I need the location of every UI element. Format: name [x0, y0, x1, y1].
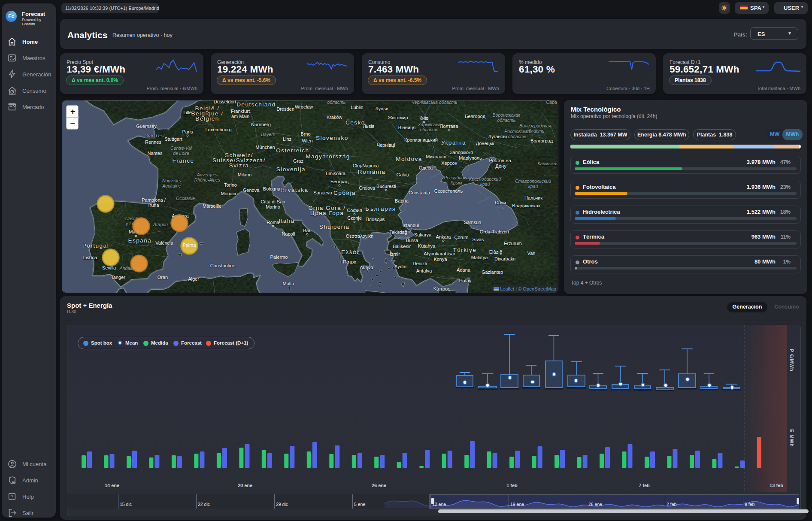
svg-text:Ελλάς: Ελλάς	[341, 249, 360, 255]
svg-text:Istanbul: Istanbul	[403, 223, 419, 228]
svg-text:İzmir: İzmir	[390, 251, 400, 257]
svg-text:Београд: Београд	[330, 179, 349, 184]
svg-text:Diyarbakır: Diyarbakır	[494, 256, 516, 261]
svg-text:Ростов-на-: Ростов-на-	[489, 158, 513, 163]
svg-text:область: область	[497, 118, 516, 123]
svg-text:Вінниця: Вінниця	[398, 125, 415, 130]
svg-text:Trabzon: Trabzon	[492, 229, 509, 234]
svg-text:Deutschland: Deutschland	[236, 101, 276, 108]
svg-text:Malta: Malta	[283, 281, 295, 286]
svg-text:Црна Гора: Црна Гора	[310, 210, 344, 216]
svg-text:Slovenija: Slovenija	[276, 166, 306, 173]
svg-text:Кропивницький: Кропивницький	[404, 137, 438, 142]
svg-text:Balıkesir: Balıkesir	[393, 244, 411, 249]
svg-text:Elâzığ: Elâzığ	[489, 249, 503, 254]
svg-text:Запоріжжя: Запоріжжя	[450, 150, 473, 155]
svg-text:Constantine: Constantine	[210, 263, 236, 268]
svg-text:България: България	[365, 206, 396, 212]
svg-text:Волгоград: Волгоград	[530, 138, 553, 143]
svg-text:Ростовская: Ростовская	[504, 129, 530, 134]
svg-text:Чернігівська область: Чернігівська область	[412, 100, 458, 105]
svg-text:Πάτρα: Πάτρα	[343, 259, 357, 264]
svg-text:Grand Est: Grand Est	[144, 133, 165, 138]
svg-text:Antalya: Antalya	[416, 268, 433, 273]
svg-text:de Loire: de Loire	[173, 151, 189, 156]
svg-text:Denizli: Denizli	[412, 261, 427, 266]
svg-text:Житомир: Житомир	[388, 115, 408, 120]
svg-text:Moldova: Moldova	[396, 156, 422, 162]
svg-text:Воронежская: Воронежская	[493, 112, 521, 118]
svg-text:Aquitaine: Aquitaine	[162, 183, 181, 188]
svg-text:Palma: Palma	[182, 242, 196, 248]
svg-text:Маріуполь: Маріуполь	[459, 155, 482, 161]
svg-text:Владикавказ: Владикавказ	[512, 203, 540, 208]
svg-text:Севастополь: Севастополь	[434, 188, 463, 194]
svg-text:Marseille: Marseille	[203, 203, 221, 209]
svg-text:Genova: Genova	[243, 188, 260, 193]
svg-text:Monaco: Monaco	[221, 191, 237, 196]
svg-text:1 feb: 1 feb	[506, 483, 518, 488]
svg-text:13 feb: 13 feb	[770, 483, 783, 488]
svg-text:Düsseldorf: Düsseldorf	[214, 100, 237, 104]
svg-text:Србија: Србија	[333, 190, 356, 196]
svg-text:Milano: Milano	[238, 172, 251, 177]
svg-text:Constanța: Constanța	[409, 190, 430, 195]
svg-text:Alger: Alger	[188, 276, 199, 282]
svg-text:Миколаїв: Миколаїв	[426, 154, 446, 159]
svg-text:Hrvatska: Hrvatska	[280, 187, 308, 193]
svg-text:Bursa: Bursa	[406, 238, 419, 243]
svg-text:Київ: Київ	[419, 115, 429, 121]
svg-text:Lille: Lille	[183, 110, 192, 115]
svg-text:Луцьк: Луцьк	[375, 106, 388, 111]
svg-text:Белгород: Белгород	[465, 114, 485, 119]
svg-text:Roma: Roma	[267, 220, 279, 225]
svg-text:Slovensko: Slovensko	[316, 135, 348, 141]
svg-text:Rhône-Alpes: Rhône-Alpes	[194, 177, 221, 182]
svg-text:Cluj-Napoca: Cluj-Napoca	[353, 163, 379, 168]
svg-text:Крым: Крым	[451, 180, 462, 185]
svg-text:Afyonkarahisar: Afyonkarahisar	[424, 251, 455, 256]
svg-text:Portugal: Portugal	[82, 242, 109, 249]
svg-text:Nouvelle-: Nouvelle-	[162, 178, 182, 183]
svg-text:Marino: Marino	[266, 204, 280, 209]
svg-text:Malatya: Malatya	[471, 255, 488, 260]
svg-text:Konya: Konya	[433, 257, 447, 262]
svg-text:Краснодарский: Краснодарский	[469, 176, 501, 182]
svg-text:Palermo: Palermo	[270, 254, 288, 260]
svg-text:20 ene: 20 ene	[238, 483, 252, 488]
svg-text:Lisboa: Lisboa	[83, 255, 97, 260]
svg-text:Bologna: Bologna	[263, 186, 281, 191]
svg-text:Adana: Adana	[457, 267, 471, 273]
svg-text:Чернівці: Чернівці	[377, 142, 395, 148]
svg-text:Samsun: Samsun	[464, 220, 481, 225]
svg-text:Svizra: Svizra	[229, 162, 249, 169]
svg-text:Österreich: Österreich	[276, 147, 309, 154]
svg-text:Magyarország: Magyarország	[306, 153, 350, 160]
svg-text:Sarajevo: Sarajevo	[313, 190, 332, 195]
svg-text:?: ?	[11, 494, 13, 499]
svg-text:Kraków: Kraków	[327, 115, 342, 120]
svg-text:Van: Van	[527, 251, 536, 256]
svg-text:Tekirdağ: Tekirdağ	[389, 230, 407, 235]
svg-text:Nürnberg: Nürnberg	[251, 122, 271, 127]
svg-text:край: край	[528, 184, 538, 189]
svg-text:Wrocław: Wrocław	[295, 104, 313, 109]
svg-text:Нальчик: Нальчик	[524, 195, 542, 200]
svg-text:Tanger: Tanger	[111, 275, 125, 280]
svg-text:Italia: Italia	[279, 218, 295, 224]
svg-text:Luxembourg: Luxembourg	[205, 127, 231, 132]
svg-text:Bayern: Bayern	[261, 132, 275, 137]
svg-text:Linz: Linz	[283, 136, 291, 142]
svg-text:France: France	[172, 158, 194, 164]
svg-text:Torino: Torino	[224, 182, 237, 188]
svg-text:Guernsey: Guernsey	[136, 124, 157, 129]
svg-text:Республика: Республика	[444, 175, 469, 180]
svg-text:Луганськ: Луганськ	[488, 134, 508, 139]
svg-text:Калмыкия: Калмыкия	[537, 161, 558, 166]
svg-text:Скопје: Скопје	[347, 215, 362, 221]
svg-text:Sivas: Sivas	[473, 237, 484, 242]
svg-text:Волгоградская: Волгоградская	[519, 123, 551, 128]
svg-text:Auvergne-: Auvergne-	[197, 172, 218, 177]
svg-text:область: область	[327, 100, 346, 105]
svg-text:Brno: Brno	[300, 131, 310, 136]
